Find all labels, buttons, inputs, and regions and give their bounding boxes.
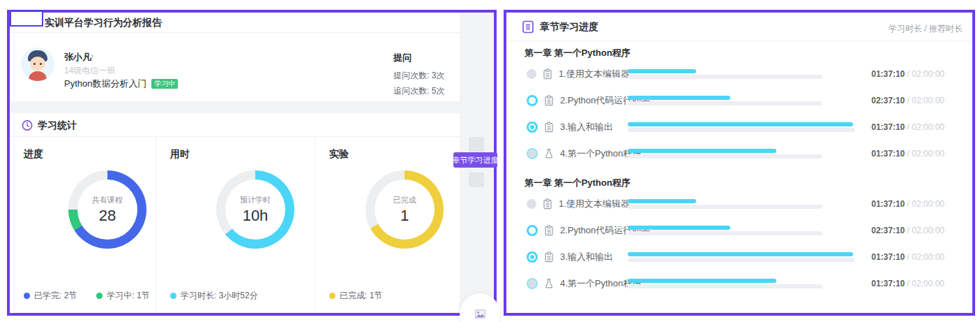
progress-bars xyxy=(628,252,858,262)
progress-bars xyxy=(628,149,858,159)
time-values: 01:37:10 / 02:00:00 xyxy=(871,69,944,79)
recommend-time-track xyxy=(628,101,822,105)
avatar-face-shape xyxy=(30,57,45,71)
chapter-section-title: 第一章 第一个Python程序 xyxy=(525,47,972,59)
learn-time-bar xyxy=(628,279,776,283)
student-avatar[interactable] xyxy=(21,47,54,81)
course-name: Python数据分析入门 xyxy=(64,78,146,90)
progress-bars xyxy=(628,199,858,209)
chapter-progress-button[interactable]: 章节学习进度 xyxy=(453,152,497,168)
chapter-progress-title: 章节学习进度 xyxy=(540,21,598,34)
flask-icon xyxy=(543,278,555,289)
status-bullet-icon xyxy=(527,95,538,106)
recommend-time-track xyxy=(628,258,855,262)
clipboard-icon xyxy=(543,251,555,263)
report-header-card: 实训平台学习行为分析报告 张小凡 › 14级电信一班 Python数据分析入门 … xyxy=(10,13,460,101)
time-values: 02:37:10 / 02:00:00 xyxy=(871,96,944,105)
chapter-row[interactable]: 1.使用文本编辑器 01:37:10 / 02:00:00 xyxy=(506,191,972,217)
status-bullet-icon xyxy=(527,148,538,159)
flask-icon xyxy=(543,148,555,159)
learn-time-bar xyxy=(628,226,730,230)
legend-text: 学习时长: 3小时52分 xyxy=(181,290,258,302)
recommend-time: / 02:00:00 xyxy=(905,96,944,105)
chapter-list: 第一章 第一个Python程序 1.使用文本编辑器 01:37:10 / 02:… xyxy=(506,41,972,297)
placeholder-square xyxy=(469,173,484,187)
chapter-row[interactable]: 2.Python代码运行助手 02:37:10 / 02:00:00 xyxy=(506,87,972,114)
donut-center: 已完成1 xyxy=(375,180,435,240)
learn-time: 01:37:10 xyxy=(871,149,905,159)
recommend-time-track xyxy=(628,205,822,209)
learning-stats-title: 学习统计 xyxy=(38,119,77,132)
placeholder-square xyxy=(469,137,484,152)
floating-action-button[interactable] xyxy=(460,293,500,322)
donut-center-label: 预计学时 xyxy=(240,195,271,205)
student-name[interactable]: 张小凡 xyxy=(64,51,91,64)
recommend-time: / 02:00:00 xyxy=(905,149,944,159)
status-badge: 学习中 xyxy=(151,79,178,89)
recommend-time: / 02:00:00 xyxy=(905,226,944,235)
recommend-time-track xyxy=(628,128,855,132)
document-icon xyxy=(522,20,534,34)
chapter-row[interactable]: 4.第一个Python程序 01:37:10 / 02:00:00 xyxy=(506,270,972,297)
progress-bars xyxy=(628,122,858,132)
progress-bars xyxy=(628,279,858,288)
legend-item: 学习中: 1节 xyxy=(96,290,149,302)
chapter-progress-panel: 章节学习进度 学习时长 / 推荐时长 第一章 第一个Python程序 1.使用文… xyxy=(504,10,975,316)
chevron-right-icon[interactable]: › xyxy=(91,50,93,61)
status-bullet-icon xyxy=(527,278,538,289)
broken-image-icon xyxy=(475,309,485,319)
recommend-time-track xyxy=(628,75,822,79)
recommend-time-track xyxy=(628,154,822,159)
clipboard-icon xyxy=(542,68,553,80)
status-bullet-icon xyxy=(527,251,538,263)
avatar-body-shape xyxy=(29,71,47,81)
donut-center-label: 共有课程 xyxy=(92,195,123,205)
recommend-time: / 02:00:00 xyxy=(905,122,944,132)
legend-row: 学习时长: 3小时52分 xyxy=(170,290,258,302)
chapter-row[interactable]: 3.输入和输出 01:37:10 / 02:00:00 xyxy=(506,244,972,270)
recommend-time: / 02:00:00 xyxy=(905,199,944,209)
legend-dot-icon xyxy=(24,293,30,299)
chapter-row[interactable]: 4.第一个Python程序 01:37:10 / 02:00:00 xyxy=(506,140,972,167)
learn-time-bar xyxy=(628,69,696,73)
recommend-time-track xyxy=(628,284,822,288)
report-title: 实训平台学习行为分析报告 xyxy=(45,17,162,29)
time-values: 01:37:10 / 02:00:00 xyxy=(871,252,944,262)
donut-chart: 预计学时10h xyxy=(216,170,294,249)
question-stats-title: 提问 xyxy=(393,52,460,64)
legend-row: 已完成: 1节 xyxy=(329,290,382,302)
legend-text: 已学完: 2节 xyxy=(34,290,77,302)
chapter-row[interactable]: 3.输入和输出 01:37:10 / 02:00:00 xyxy=(506,114,972,140)
chapter-row[interactable]: 2.Python代码运行助手 02:37:10 / 02:00:00 xyxy=(506,217,972,244)
clipboard-icon xyxy=(543,225,555,236)
annotation-box xyxy=(10,10,43,27)
legend-dot-icon xyxy=(170,293,176,299)
column-label: 用时 xyxy=(170,148,190,161)
time-values: 01:37:10 / 02:00:00 xyxy=(871,149,944,159)
learning-stats-card: 学习统计 进度共有课程28已学完: 2节学习中: 1节用时预计学时10h学习时长… xyxy=(10,113,460,313)
donut-chart: 共有课程28 xyxy=(68,170,146,249)
stats-column-进度: 进度共有课程28已学完: 2节学习中: 1节 xyxy=(10,137,156,313)
progress-bars xyxy=(628,96,858,105)
stats-columns: 进度共有课程28已学完: 2节学习中: 1节用时预计学时10h学习时长: 3小时… xyxy=(10,137,460,313)
learn-time: 02:37:10 xyxy=(871,226,905,235)
legend-item: 已完成: 1节 xyxy=(329,290,382,302)
legend-row: 已学完: 2节学习中: 1节 xyxy=(24,290,150,302)
clock-icon xyxy=(21,119,33,131)
question-count: 提问次数: 3次 xyxy=(393,70,460,82)
chapter-row[interactable]: 1.使用文本编辑器 01:37:10 / 02:00:00 xyxy=(506,61,972,87)
learn-time: 01:37:10 xyxy=(871,279,905,288)
chapter-progress-header: 章节学习进度 学习时长 / 推荐时长 xyxy=(506,13,972,41)
column-label: 实验 xyxy=(329,148,349,161)
donut-center: 共有课程28 xyxy=(77,180,137,240)
legend-text: 学习中: 1节 xyxy=(107,290,149,302)
learn-time: 01:37:10 xyxy=(871,69,905,79)
learn-time-bar xyxy=(628,149,776,153)
donut-center-value: 10h xyxy=(243,207,269,225)
donut-center-label: 已完成 xyxy=(393,195,416,205)
chapter-row-label: 3.输入和输出 xyxy=(560,251,613,263)
learn-time-bar xyxy=(628,96,730,100)
student-class: 14级电信一班 xyxy=(64,65,115,77)
stats-column-实验: 实验已完成1已完成: 1节 xyxy=(315,137,459,313)
recommend-time: / 02:00:00 xyxy=(905,279,944,288)
